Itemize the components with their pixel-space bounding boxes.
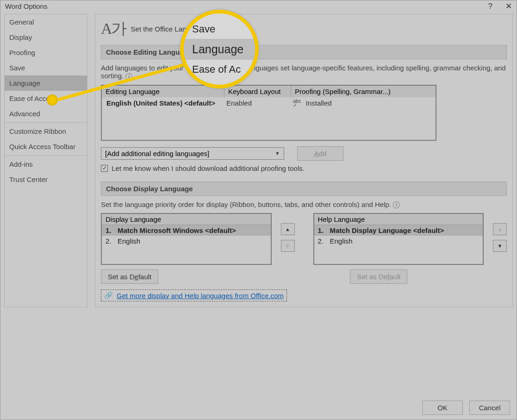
ok-button[interactable]: OK: [422, 401, 463, 415]
callout-item-language: Language: [184, 39, 255, 60]
category-sidebar: General Display Proofing Save Language E…: [4, 14, 87, 307]
link-icon: 🔗: [104, 291, 113, 300]
help-set-as-default-button[interactable]: Set as Default: [350, 270, 407, 284]
sidebar-item-ease-of-access[interactable]: Ease of Access: [5, 91, 87, 106]
move-up-button[interactable]: ▲: [493, 223, 507, 235]
sidebar-separator: [5, 155, 87, 156]
help-language-header: Help Language: [314, 214, 483, 225]
sidebar-item-customize-ribbon[interactable]: Customize Ribbon: [5, 124, 87, 139]
help-button[interactable]: ?: [488, 2, 492, 11]
download-proofing-checkbox[interactable]: ✓: [101, 165, 108, 172]
sidebar-item-general[interactable]: General: [5, 14, 87, 30]
display-language-header: Display Language: [102, 214, 271, 225]
editing-languages-description: Add languages to edit your documents. Ed…: [101, 64, 507, 80]
dialog-title: Word Options: [5, 2, 47, 10]
callout-item-save: Save: [184, 19, 255, 39]
display-language-section-header: Choose Display Language: [101, 182, 507, 196]
sidebar-item-add-ins[interactable]: Add-ins: [5, 157, 87, 172]
sidebar-item-language[interactable]: Language: [5, 75, 87, 91]
get-more-languages-link[interactable]: Get more display and Help languages from…: [117, 292, 284, 300]
info-icon[interactable]: i: [393, 201, 400, 208]
list-item[interactable]: 1. Match Microsoft Windows <default>: [102, 225, 271, 236]
move-up-button[interactable]: ▲: [281, 223, 295, 235]
annotation-callout: Save Language Ease of Ac: [180, 10, 259, 88]
sidebar-item-trust-center[interactable]: Trust Center: [5, 172, 87, 187]
list-item[interactable]: 2. English: [314, 236, 483, 246]
language-preferences-icon: A가: [101, 18, 125, 39]
sidebar-separator: [5, 122, 87, 123]
chevron-down-icon: ▼: [275, 150, 280, 156]
word-options-dialog: Word Options ? ✕ General Display Proofin…: [0, 0, 517, 420]
display-language-description: Set the language priority order for disp…: [101, 201, 507, 209]
cancel-button[interactable]: Cancel: [469, 401, 510, 415]
column-proofing: Proofing (Spelling, Grammar...): [291, 86, 436, 97]
sidebar-item-display[interactable]: Display: [5, 30, 87, 45]
get-more-languages-link-container: 🔗 Get more display and Help languages fr…: [101, 289, 287, 301]
move-down-button[interactable]: ▼: [281, 240, 295, 252]
callout-item-ease-of-access: Ease of Ac: [184, 60, 255, 79]
display-set-as-default-button[interactable]: Set as Default: [101, 270, 158, 284]
list-item[interactable]: 2. English: [102, 236, 271, 246]
move-down-button[interactable]: ▼: [493, 240, 507, 252]
close-button[interactable]: ✕: [505, 1, 512, 11]
editing-languages-section-header: Choose Editing Languages: [101, 45, 507, 59]
add-button[interactable]: Add: [297, 146, 343, 161]
download-proofing-label: Let me know when I should download addit…: [112, 164, 305, 172]
sidebar-item-quick-access-toolbar[interactable]: Quick Access Toolbar: [5, 139, 87, 154]
proofing-installed-icon: abc✓: [293, 99, 301, 107]
editing-language-table: Editing Language Keyboard Layout Proofin…: [101, 85, 436, 141]
editing-language-row[interactable]: English (United States) <default> Enable…: [102, 97, 436, 109]
column-editing-language: Editing Language: [102, 86, 224, 97]
main-panel: A가 Set the Office Language Preferences. …: [95, 14, 513, 307]
sidebar-item-save[interactable]: Save: [5, 60, 87, 75]
titlebar: Word Options ? ✕: [0, 0, 517, 14]
info-icon[interactable]: i: [125, 73, 132, 80]
list-item[interactable]: 1. Match Display Language <default>: [314, 225, 483, 236]
annotation-dot: [47, 94, 58, 106]
dialog-footer: OK Cancel: [422, 401, 510, 415]
sidebar-item-proofing[interactable]: Proofing: [5, 45, 87, 60]
display-language-list[interactable]: Display Language 1. Match Microsoft Wind…: [101, 213, 272, 265]
add-language-dropdown[interactable]: [Add additional editing languages] ▼: [101, 147, 284, 160]
column-keyboard-layout: Keyboard Layout: [224, 86, 291, 97]
help-language-list[interactable]: Help Language 1. Match Display Language …: [313, 213, 484, 265]
sidebar-item-advanced[interactable]: Advanced: [5, 106, 87, 121]
